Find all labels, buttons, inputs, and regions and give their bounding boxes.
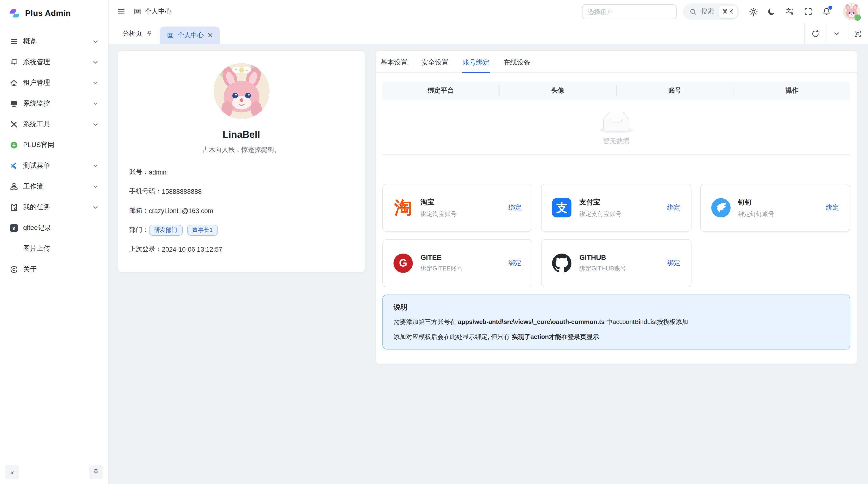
sidebar-item-image-upload[interactable]: 图片上传: [5, 239, 103, 258]
sidebar-item-system-monitor[interactable]: 系统监控: [5, 94, 103, 113]
platform-name: GITHUB: [579, 254, 626, 261]
profile-dept-row: 部门： 研发部门 董事长1: [129, 224, 353, 236]
monitor-icon: [10, 58, 18, 66]
column-header-avatar: 头像: [500, 86, 616, 95]
empty-state: 暂无数据: [382, 100, 850, 155]
workflow-icon: [10, 183, 18, 191]
notifications-button[interactable]: [819, 4, 834, 19]
profile-card-icon: [133, 8, 141, 15]
settings-button[interactable]: [745, 4, 761, 19]
profile-lastlogin-row: 上次登录： 2024-10-06 13:12:57: [129, 244, 353, 255]
account-label: 账号：: [129, 168, 149, 176]
sidebar-item-overview[interactable]: 概览: [5, 32, 103, 51]
profile-phone-row: 手机号码： 15888888888: [129, 186, 353, 197]
taobao-icon: 淘: [394, 198, 413, 218]
profile-account-row: 账号： admin: [129, 166, 353, 178]
clipboard-icon: [10, 203, 18, 212]
expand-icon: [854, 30, 862, 37]
bind-link[interactable]: 绑定: [667, 203, 680, 212]
sidebar-item-label: 测试菜单: [23, 161, 50, 170]
sidebar-item-label: 图片上传: [23, 245, 50, 253]
binding-card-taobao: 淘 淘宝 绑定淘宝账号 绑定: [382, 184, 533, 232]
pin-icon[interactable]: [146, 30, 152, 37]
sidebar-item-workflow[interactable]: 工作流: [5, 177, 103, 196]
breadcrumb[interactable]: 个人中心: [133, 7, 172, 16]
sidebar-item-system-tools[interactable]: 系统工具: [5, 115, 103, 134]
platform-name: 钉钉: [738, 197, 774, 206]
search-label: 搜索: [701, 7, 714, 16]
tools-icon: [10, 120, 18, 128]
sidebar-item-about[interactable]: 关于: [5, 260, 103, 279]
sidebar-item-my-tasks[interactable]: 我的任务: [5, 198, 103, 217]
tab-profile-center[interactable]: 个人中心: [159, 27, 220, 44]
online-status-dot: [855, 14, 861, 21]
sidebar-item-label: gitee记录: [23, 224, 51, 232]
refresh-button[interactable]: [804, 23, 826, 44]
breadcrumb-label: 个人中心: [145, 7, 172, 16]
sidebar-item-gitee-record[interactable]: ¥ gitee记录: [5, 218, 103, 238]
global-search-button[interactable]: 搜索 ⌘ K: [683, 3, 739, 20]
chevron-down-icon: [93, 59, 98, 65]
refresh-icon: [811, 30, 819, 37]
sidebar-pin-button[interactable]: [89, 465, 103, 479]
close-icon[interactable]: [208, 33, 212, 38]
sidebar-item-plus-website[interactable]: PLUS官网: [5, 135, 103, 155]
tabbar-controls: [804, 23, 868, 44]
tab-label: 个人中心: [178, 31, 204, 39]
tab-analytics[interactable]: 分析页: [115, 23, 159, 44]
bind-link[interactable]: 绑定: [667, 259, 680, 267]
tab-menu-button[interactable]: [826, 23, 847, 44]
sidebar-collapse-button[interactable]: «: [5, 465, 19, 479]
plus-circle-icon: [10, 141, 18, 149]
content-fullscreen-button[interactable]: [847, 23, 868, 44]
sidebar-toggle-button[interactable]: [113, 4, 129, 19]
binding-cards-grid: 淘 淘宝 绑定淘宝账号 绑定 支 支付宝 绑定支付宝账号 绑定: [382, 184, 850, 287]
sidebar-item-label: 系统管理: [23, 58, 50, 67]
app-title: Plus Admin: [25, 9, 71, 18]
dark-mode-button[interactable]: [764, 4, 779, 19]
sidebar-item-label: 租户管理: [23, 78, 50, 87]
bind-link[interactable]: 绑定: [508, 259, 522, 267]
chevron-down-icon: [93, 184, 98, 189]
tab-online-devices[interactable]: 在线设备: [503, 56, 531, 72]
tab-basic-settings[interactable]: 基本设置: [380, 56, 408, 72]
tenant-select-input[interactable]: [582, 4, 676, 19]
sidebar-item-label: 概览: [23, 37, 37, 46]
sidebar-item-system-management[interactable]: 系统管理: [5, 53, 103, 72]
email-label: 邮箱：: [129, 206, 149, 215]
dept-tag: 董事长1: [187, 224, 218, 235]
user-avatar[interactable]: [843, 3, 860, 20]
column-header-account: 账号: [617, 86, 733, 95]
vscode-icon: [10, 162, 18, 170]
chevron-down-icon: [833, 30, 840, 37]
chevron-down-icon: [93, 122, 98, 127]
platform-name: 淘宝: [421, 197, 457, 206]
empty-inbox-icon: [598, 111, 634, 134]
language-button[interactable]: 文A: [782, 4, 798, 19]
copyright-icon: [10, 265, 18, 273]
pin-icon: [93, 469, 99, 475]
binding-table: 绑定平台 头像 账号 操作: [382, 82, 850, 155]
sidebar-item-tenant-management[interactable]: 租户管理: [5, 73, 103, 93]
app-window: Plus Admin 概览 系统管理 租户管理: [0, 0, 868, 484]
sidebar-item-test-menu[interactable]: 测试菜单: [5, 156, 103, 175]
sidebar-item-label: 工作流: [23, 182, 43, 191]
tab-account-binding[interactable]: 账号绑定: [462, 56, 490, 73]
display-icon: [10, 100, 18, 108]
profile-details: 账号： admin 手机号码： 15888888888 邮箱： crazyLio…: [128, 166, 354, 255]
tab-security-settings[interactable]: 安全设置: [421, 56, 449, 72]
content-area: LinaBell 古木向人秋，惊蓬掠鬓稠。 账号： admin 手机号码： 15…: [108, 44, 868, 484]
main-area: 个人中心 搜索 ⌘ K: [108, 0, 868, 484]
bind-link[interactable]: 绑定: [826, 203, 839, 212]
settings-tabs: 基本设置 安全设置 账号绑定 在线设备: [376, 56, 857, 73]
profile-card-icon: [166, 32, 174, 39]
alipay-icon: 支: [552, 198, 572, 218]
sidebar-item-label: 关于: [23, 265, 37, 274]
dept-tag: 研发部门: [149, 224, 183, 235]
profile-card: LinaBell 古木向人秋，惊蓬掠鬓稠。 账号： admin 手机号码： 15…: [117, 50, 366, 273]
fullscreen-button[interactable]: [801, 4, 816, 19]
settings-panel: 基本设置 安全设置 账号绑定 在线设备 绑定平台 头像 账号 操作: [375, 50, 858, 364]
avatar-image: [213, 63, 269, 119]
profile-email-row: 邮箱： crazyLionLi@163.com: [129, 205, 353, 217]
bind-link[interactable]: 绑定: [508, 203, 522, 212]
